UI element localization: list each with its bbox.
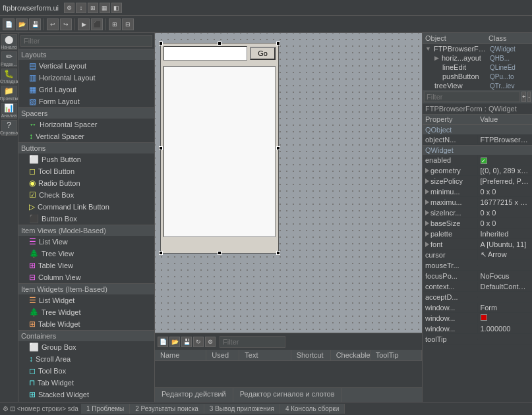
prop-row-palette[interactable]: palette Inherited (423, 229, 532, 239)
obj-row-ftpbrowserform[interactable]: ▼ FTPBrowserForm QWidget (423, 44, 532, 53)
redo-btn[interactable]: ↪ (60, 18, 72, 30)
handle-bm[interactable] (218, 251, 222, 255)
window-control-2[interactable]: ↕ (76, 3, 86, 13)
obj-row-hboxlayout[interactable]: ▶ horiz...ayout QHB... (423, 53, 532, 63)
sidebar-item-command-link[interactable]: ▷ Command Link Button (18, 201, 154, 213)
prop-row-maximumsize[interactable]: maximu... 16777215 x 16777215 (423, 197, 532, 208)
prop-row-mousetracking[interactable]: mouseTr... (423, 260, 532, 271)
sidebar-item-vertical-layout[interactable]: ▤ Vertical Layout (18, 60, 154, 72)
prop-row-sizepolicy[interactable]: sizePolicy [Preferred, Prefer... (423, 176, 532, 186)
save-btn[interactable]: 💾 (29, 18, 41, 30)
sidebar-item-group-box[interactable]: ⬜ Group Box (18, 341, 154, 353)
sidebar-item-radio-button[interactable]: ◉ Radio Button (18, 177, 154, 189)
icon-start[interactable]: ⬤ Начало (1, 34, 17, 50)
build-btn[interactable]: ▶ (78, 18, 90, 30)
sidebar-item-grid-layout[interactable]: ▦ Grid Layout (18, 84, 154, 96)
sidebar-item-tree-widget[interactable]: 🌲 Tree Widget (18, 306, 154, 318)
prop-row-cursor[interactable]: cursor ↖ Arrow (423, 250, 532, 260)
status-tab-problems[interactable]: 1 Проблемы (81, 404, 130, 414)
go-button[interactable]: Go (250, 47, 276, 60)
prop-row-tooltip[interactable]: toolTip (423, 334, 532, 345)
sidebar-item-scroll-area[interactable]: ↕ Scroll Area (18, 353, 154, 365)
prop-row-basesize[interactable]: baseSize 0 x 0 (423, 218, 532, 229)
sidebar-item-list-widget[interactable]: ☰ List Widget (18, 294, 154, 306)
icon-projects[interactable]: 📁 Проекты (1, 86, 17, 101)
sidebar-item-tree-view[interactable]: 🌲 Tree View (18, 248, 154, 260)
basesize-expand[interactable] (425, 221, 429, 226)
minsize-expand[interactable] (425, 189, 429, 194)
sidebar-item-tab-widget[interactable]: ⊓ Tab Widget (18, 377, 154, 389)
window-control-4[interactable]: ▦ (100, 3, 110, 13)
sizeinc-expand[interactable] (425, 210, 429, 215)
design-canvas[interactable]: Go (155, 33, 422, 333)
prop-row-windowopacity[interactable]: window... 1.000000 (423, 323, 532, 334)
tab-action-editor[interactable]: Редактор действий (155, 388, 233, 402)
prop-row-focuspolicy[interactable]: focusPo... NoFocus (423, 271, 532, 281)
sidebar-item-horizontal-layout[interactable]: ▥ Horizontal Layout (18, 72, 154, 84)
sidebar-filter-input[interactable] (20, 35, 152, 47)
sidebar-item-table-widget[interactable]: ⊞ Table Widget (18, 318, 154, 330)
icon-help[interactable]: ? Справка (1, 120, 17, 136)
status-tab-output[interactable]: 3 Вывод приложения (204, 404, 280, 414)
status-tab-build[interactable]: 4 Консоль сборки (280, 404, 345, 414)
prop-row-acceptdrops[interactable]: acceptD... (423, 292, 532, 302)
prop-row-minimumsize[interactable]: minimu... 0 x 0 (423, 186, 532, 197)
prop-row-font[interactable]: font A [Ubuntu, 11] (423, 239, 532, 250)
action-open[interactable]: 📂 (169, 337, 180, 347)
prop-row-geometry[interactable]: geometry [(0, 0), 289 x 499] (423, 165, 532, 176)
prop-row-sizeincrement[interactable]: sizeIncr... 0 x 0 (423, 208, 532, 218)
maxsize-expand[interactable] (425, 200, 429, 205)
undo-btn[interactable]: ↩ (47, 18, 59, 30)
align-btn[interactable]: ⊞ (109, 18, 121, 30)
stop-btn[interactable]: ⬛ (91, 18, 103, 30)
sidebar-item-tool-button[interactable]: ◻ Tool Button (18, 165, 154, 177)
action-save[interactable]: 💾 (181, 337, 192, 347)
handle-tr[interactable] (276, 42, 280, 45)
icon-edit[interactable]: ✏ Редак... (1, 51, 17, 67)
prop-row-objectname[interactable]: objectN... FTPBrowserForm (423, 134, 532, 145)
font-expand[interactable] (425, 242, 429, 247)
sidebar-item-form-layout[interactable]: ▧ Form Layout (18, 96, 154, 107)
tab-signal-editor[interactable]: Редактор сигналов и слотов (233, 388, 342, 402)
action-filter-input[interactable] (220, 336, 285, 348)
grid-btn[interactable]: ⊟ (122, 18, 134, 30)
handle-bl[interactable] (159, 251, 163, 255)
handle-br[interactable] (276, 251, 280, 255)
open-btn[interactable]: 📂 (16, 18, 28, 30)
enabled-checkbox[interactable]: ✓ (481, 157, 487, 164)
sidebar-item-push-button[interactable]: ⬜ Push Button (18, 153, 154, 165)
action-refresh[interactable]: ↻ (193, 337, 204, 347)
geometry-expand[interactable] (425, 168, 429, 173)
action-new[interactable]: 📄 (158, 337, 168, 347)
handle-ml[interactable] (159, 146, 163, 150)
handle-mr[interactable] (276, 146, 280, 150)
prop-row-enabled[interactable]: enabled ✓ (423, 155, 532, 165)
sidebar-item-list-view[interactable]: ☰ List View (18, 236, 154, 248)
expand-arrow[interactable]: ▼ (425, 45, 431, 52)
sizepolicy-expand[interactable] (425, 179, 429, 184)
sidebar-item-table-view[interactable]: ⊞ Table View (18, 260, 154, 271)
icon-analyze[interactable]: 📊 Анализ (1, 103, 17, 119)
props-filter-minus[interactable]: - (527, 92, 531, 102)
handle-tl[interactable] (159, 42, 163, 45)
window-control-5[interactable]: ◧ (111, 3, 122, 13)
props-filter-plus[interactable]: + (521, 92, 526, 102)
properties-filter-input[interactable] (424, 92, 520, 102)
prop-row-windowtitle[interactable]: window... Form (423, 302, 532, 313)
sidebar-item-horizontal-spacer[interactable]: ↔ Horizontal Spacer (18, 119, 154, 130)
icon-debug[interactable]: 🐛 Отладка (1, 69, 17, 84)
handle-tm[interactable] (218, 42, 222, 45)
obj-row-treeview[interactable]: treeView QTr...iev (423, 81, 532, 90)
action-settings[interactable]: ⚙ (205, 337, 216, 347)
expand-arrow[interactable]: ▶ (434, 55, 439, 61)
status-tab-search[interactable]: 2 Результаты поиска (130, 404, 204, 414)
obj-row-pushbutton[interactable]: pushButton QPu...to (423, 72, 532, 81)
window-control-1[interactable]: ⚙ (64, 3, 74, 13)
obj-row-lineedit[interactable]: lineEdit QLineEd (423, 63, 532, 72)
new-btn[interactable]: 📄 (3, 18, 15, 30)
palette-expand[interactable] (425, 231, 429, 236)
sidebar-item-tool-box[interactable]: ◻ Tool Box (18, 365, 154, 377)
sidebar-item-vertical-spacer[interactable]: ↕ Vertical Spacer (18, 130, 154, 142)
prop-row-contextmenu[interactable]: context... DefaultContextMenu (423, 281, 532, 292)
prop-row-windowicon[interactable]: window... (423, 313, 532, 323)
